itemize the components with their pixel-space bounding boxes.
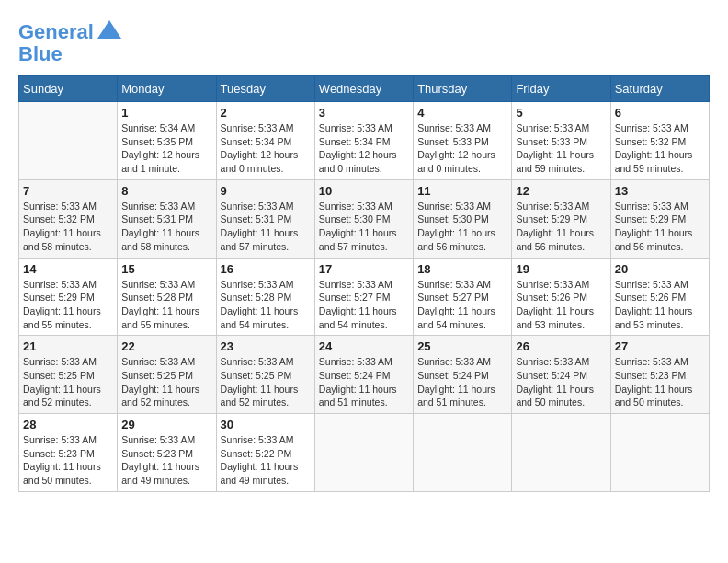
week-row-2: 7Sunrise: 5:33 AMSunset: 5:32 PMDaylight… [19, 179, 710, 258]
day-info: Sunrise: 5:33 AMSunset: 5:30 PMDaylight:… [417, 200, 507, 254]
day-info: Sunrise: 5:33 AMSunset: 5:25 PMDaylight:… [121, 355, 211, 409]
day-number: 16 [221, 262, 311, 276]
calendar-cell: 19Sunrise: 5:33 AMSunset: 5:26 PMDayligh… [512, 258, 610, 336]
day-number: 14 [23, 262, 113, 276]
day-info: Sunrise: 5:33 AMSunset: 5:34 PMDaylight:… [319, 121, 409, 176]
day-number: 22 [121, 339, 211, 353]
day-info: Sunrise: 5:33 AMSunset: 5:32 PMDaylight:… [615, 121, 705, 176]
calendar-cell: 9Sunrise: 5:33 AMSunset: 5:31 PMDaylight… [216, 179, 314, 258]
calendar-cell: 1Sunrise: 5:34 AMSunset: 5:35 PMDaylight… [118, 102, 216, 180]
day-number: 7 [23, 184, 113, 198]
calendar-header: SundayMondayTuesdayWednesdayThursdayFrid… [19, 76, 710, 102]
calendar-cell: 27Sunrise: 5:33 AMSunset: 5:23 PMDayligh… [610, 336, 709, 414]
calendar-cell: 24Sunrise: 5:33 AMSunset: 5:24 PMDayligh… [314, 336, 413, 414]
day-number: 21 [23, 339, 113, 353]
day-info: Sunrise: 5:33 AMSunset: 5:26 PMDaylight:… [615, 278, 705, 332]
day-info: Sunrise: 5:33 AMSunset: 5:27 PMDaylight:… [319, 278, 409, 332]
calendar-cell: 15Sunrise: 5:33 AMSunset: 5:28 PMDayligh… [118, 258, 216, 336]
days-of-week-row: SundayMondayTuesdayWednesdayThursdayFrid… [19, 76, 710, 102]
calendar-cell: 7Sunrise: 5:33 AMSunset: 5:32 PMDaylight… [19, 179, 118, 258]
day-number: 2 [221, 106, 311, 120]
calendar-cell: 3Sunrise: 5:33 AMSunset: 5:34 PMDaylight… [314, 102, 413, 180]
day-number: 1 [121, 106, 211, 120]
day-info: Sunrise: 5:33 AMSunset: 5:29 PMDaylight:… [516, 200, 606, 254]
day-info: Sunrise: 5:33 AMSunset: 5:33 PMDaylight:… [516, 121, 606, 176]
day-info: Sunrise: 5:33 AMSunset: 5:31 PMDaylight:… [121, 200, 211, 254]
day-info: Sunrise: 5:33 AMSunset: 5:24 PMDaylight:… [516, 355, 606, 409]
day-info: Sunrise: 5:33 AMSunset: 5:30 PMDaylight:… [319, 200, 409, 254]
day-info: Sunrise: 5:33 AMSunset: 5:23 PMDaylight:… [121, 433, 211, 488]
logo: General Blue [18, 18, 123, 66]
calendar-cell: 29Sunrise: 5:33 AMSunset: 5:23 PMDayligh… [118, 414, 216, 492]
day-number: 8 [121, 184, 211, 198]
day-header-thursday: Thursday [414, 76, 512, 102]
day-info: Sunrise: 5:33 AMSunset: 5:26 PMDaylight:… [516, 278, 606, 332]
calendar-cell: 28Sunrise: 5:33 AMSunset: 5:23 PMDayligh… [19, 414, 118, 492]
day-header-wednesday: Wednesday [314, 76, 413, 102]
calendar-cell: 11Sunrise: 5:33 AMSunset: 5:30 PMDayligh… [414, 179, 512, 258]
day-number: 20 [615, 262, 705, 276]
calendar-cell [314, 414, 413, 492]
logo-icon [96, 18, 123, 46]
week-row-4: 21Sunrise: 5:33 AMSunset: 5:25 PMDayligh… [19, 336, 710, 414]
day-header-monday: Monday [118, 76, 216, 102]
calendar-cell: 20Sunrise: 5:33 AMSunset: 5:26 PMDayligh… [610, 258, 709, 336]
calendar-cell: 21Sunrise: 5:33 AMSunset: 5:25 PMDayligh… [19, 336, 118, 414]
calendar-cell [512, 414, 610, 492]
svg-marker-0 [97, 20, 121, 39]
day-info: Sunrise: 5:33 AMSunset: 5:24 PMDaylight:… [319, 355, 409, 409]
week-row-3: 14Sunrise: 5:33 AMSunset: 5:29 PMDayligh… [19, 258, 710, 336]
calendar-cell: 8Sunrise: 5:33 AMSunset: 5:31 PMDaylight… [118, 179, 216, 258]
day-number: 9 [221, 184, 311, 198]
calendar-cell: 18Sunrise: 5:33 AMSunset: 5:27 PMDayligh… [414, 258, 512, 336]
calendar-cell: 30Sunrise: 5:33 AMSunset: 5:22 PMDayligh… [216, 414, 314, 492]
calendar-body: 1Sunrise: 5:34 AMSunset: 5:35 PMDaylight… [19, 102, 710, 492]
day-number: 25 [417, 339, 507, 353]
day-number: 18 [417, 262, 507, 276]
day-number: 10 [319, 184, 409, 198]
calendar-cell [414, 414, 512, 492]
calendar-cell [19, 102, 118, 180]
day-info: Sunrise: 5:34 AMSunset: 5:35 PMDaylight:… [121, 121, 211, 176]
calendar-cell: 17Sunrise: 5:33 AMSunset: 5:27 PMDayligh… [314, 258, 413, 336]
calendar-cell [610, 414, 709, 492]
day-info: Sunrise: 5:33 AMSunset: 5:29 PMDaylight:… [615, 200, 705, 254]
calendar-cell: 14Sunrise: 5:33 AMSunset: 5:29 PMDayligh… [19, 258, 118, 336]
day-number: 15 [121, 262, 211, 276]
day-number: 19 [516, 262, 606, 276]
day-header-sunday: Sunday [19, 76, 118, 102]
calendar-cell: 12Sunrise: 5:33 AMSunset: 5:29 PMDayligh… [512, 179, 610, 258]
calendar-cell: 5Sunrise: 5:33 AMSunset: 5:33 PMDaylight… [512, 102, 610, 180]
day-info: Sunrise: 5:33 AMSunset: 5:23 PMDaylight:… [615, 355, 705, 409]
day-info: Sunrise: 5:33 AMSunset: 5:25 PMDaylight:… [221, 355, 311, 409]
day-info: Sunrise: 5:33 AMSunset: 5:28 PMDaylight:… [121, 278, 211, 332]
day-number: 27 [615, 339, 705, 353]
calendar-cell: 25Sunrise: 5:33 AMSunset: 5:24 PMDayligh… [414, 336, 512, 414]
day-info: Sunrise: 5:33 AMSunset: 5:24 PMDaylight:… [417, 355, 507, 409]
calendar-cell: 22Sunrise: 5:33 AMSunset: 5:25 PMDayligh… [118, 336, 216, 414]
logo-text: General [18, 22, 94, 42]
week-row-1: 1Sunrise: 5:34 AMSunset: 5:35 PMDaylight… [19, 102, 710, 180]
calendar-cell: 26Sunrise: 5:33 AMSunset: 5:24 PMDayligh… [512, 336, 610, 414]
calendar-table: SundayMondayTuesdayWednesdayThursdayFrid… [18, 75, 710, 492]
calendar-cell: 4Sunrise: 5:33 AMSunset: 5:33 PMDaylight… [414, 102, 512, 180]
day-number: 13 [615, 184, 705, 198]
day-info: Sunrise: 5:33 AMSunset: 5:22 PMDaylight:… [221, 433, 311, 488]
day-number: 11 [417, 184, 507, 198]
day-number: 5 [516, 106, 606, 120]
day-header-friday: Friday [512, 76, 610, 102]
day-info: Sunrise: 5:33 AMSunset: 5:23 PMDaylight:… [23, 433, 113, 488]
day-number: 4 [417, 106, 507, 120]
day-number: 17 [319, 262, 409, 276]
day-header-saturday: Saturday [610, 76, 709, 102]
calendar-cell: 16Sunrise: 5:33 AMSunset: 5:28 PMDayligh… [216, 258, 314, 336]
day-number: 23 [221, 339, 311, 353]
calendar-cell: 6Sunrise: 5:33 AMSunset: 5:32 PMDaylight… [610, 102, 709, 180]
day-info: Sunrise: 5:33 AMSunset: 5:29 PMDaylight:… [23, 278, 113, 332]
day-number: 6 [615, 106, 705, 120]
day-info: Sunrise: 5:33 AMSunset: 5:32 PMDaylight:… [23, 200, 113, 254]
calendar-cell: 23Sunrise: 5:33 AMSunset: 5:25 PMDayligh… [216, 336, 314, 414]
day-number: 3 [319, 106, 409, 120]
calendar-cell: 10Sunrise: 5:33 AMSunset: 5:30 PMDayligh… [314, 179, 413, 258]
calendar-cell: 13Sunrise: 5:33 AMSunset: 5:29 PMDayligh… [610, 179, 709, 258]
